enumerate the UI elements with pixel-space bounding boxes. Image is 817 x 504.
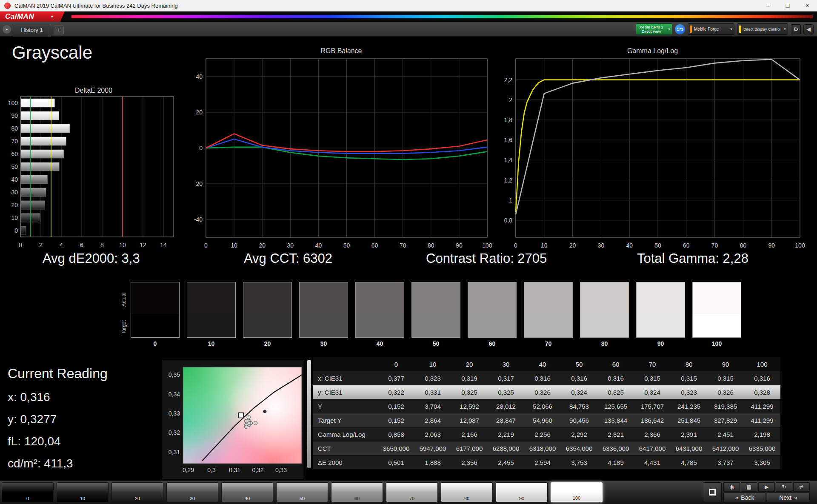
next-chevron-icon: »: [794, 494, 797, 501]
svg-text:12: 12: [140, 242, 146, 248]
patch-actual: [243, 282, 291, 314]
meter-select-button[interactable]: X-Rite i1Pro 2 Direct View ▾: [636, 23, 672, 35]
back-button[interactable]: « Back: [723, 493, 766, 502]
target-white-point: [238, 413, 243, 418]
table-cell: 0,325: [488, 385, 524, 399]
table-col-header-20: 20: [451, 357, 488, 371]
table-cell: 2,391: [671, 427, 707, 441]
svg-text:10: 10: [11, 214, 18, 221]
deltae-bar-chart: 024681012141009080706050403020100: [4, 95, 183, 252]
level-button-60[interactable]: 60: [331, 482, 383, 502]
level-button-label: 80: [441, 496, 492, 501]
patch-target: [243, 314, 291, 337]
table-row-gamma-log-log[interactable]: Gamma Log/Log0,8582,0632,1662,2192,2562,…: [313, 427, 780, 441]
level-button-label: 50: [277, 496, 328, 501]
measurement-table: 0102030405060708090100x: CIE310,3770,323…: [313, 357, 780, 470]
level-button-10[interactable]: 10: [57, 482, 109, 502]
svg-text:80: 80: [740, 242, 747, 249]
level-button-80[interactable]: 80: [441, 482, 493, 502]
patch-actual: [300, 282, 348, 314]
stop-button[interactable]: [703, 482, 722, 502]
table-row-target-y[interactable]: Target Y0,1522,86412,08728,84754,96090,4…: [313, 413, 780, 427]
level-button-20[interactable]: 20: [111, 482, 163, 502]
rgb-balance-line-chart: 010203040506070809010040200-20-40: [188, 57, 495, 253]
add-tab-button[interactable]: +: [54, 26, 64, 34]
level-button-label: 10: [57, 496, 108, 501]
patch-target: [524, 314, 572, 337]
table-cell: 84,753: [561, 399, 597, 413]
meter-status-badge[interactable]: 173: [675, 24, 685, 34]
table-scrollbar[interactable]: [307, 360, 311, 468]
display-control-button[interactable]: Direct Display Control ▾: [737, 23, 788, 35]
svg-text:70: 70: [400, 242, 406, 249]
svg-text:70: 70: [711, 242, 718, 249]
svg-text:1,4: 1,4: [504, 157, 513, 163]
deltae-bar-70: [21, 137, 66, 145]
table-row-y-cie31[interactable]: y: CIE310,3220,3310,3250,3250,3260,3240,…: [313, 385, 780, 399]
table-col-header-50: 50: [561, 357, 597, 371]
svg-text:0,3: 0,3: [207, 467, 216, 473]
table-cell: 251,845: [671, 413, 707, 427]
svg-text:1,8: 1,8: [504, 117, 513, 123]
level-button-50[interactable]: 50: [276, 482, 328, 502]
table-col-header-100: 100: [744, 357, 780, 371]
tab-history-1[interactable]: History 1: [13, 24, 51, 37]
nav-expand-icon[interactable]: ▸: [3, 25, 11, 34]
source-select-button[interactable]: Mobile Forge ▾: [688, 23, 734, 35]
table-cell: 6417,000: [634, 441, 671, 455]
close-button[interactable]: ×: [797, 0, 817, 11]
table-cell: 0,152: [378, 399, 414, 413]
level-button-100[interactable]: 100: [551, 482, 603, 502]
table-cell: 54,960: [524, 413, 561, 427]
cie-chart-panel: 0,290,30,310,320,330,350,340,330,320,31: [162, 360, 303, 478]
table-row-y[interactable]: Y0,1523,70412,59228,01252,06684,753125,6…: [313, 399, 780, 413]
svg-text:0: 0: [204, 242, 208, 249]
svg-text:40: 40: [315, 242, 322, 249]
level-button-40[interactable]: 40: [221, 482, 273, 502]
gear-icon[interactable]: ⚙: [791, 24, 801, 34]
patch-level-label: 50: [411, 340, 460, 347]
level-button-label: 100: [551, 495, 602, 501]
level-button-30[interactable]: 30: [166, 482, 218, 502]
reading-cdm2: cd/m²: 411,3: [8, 457, 73, 470]
deltae-chart-title: DeltaE 2000: [4, 87, 183, 94]
level-button-70[interactable]: 70: [386, 482, 438, 502]
grayscale-patch-50: [411, 282, 460, 338]
table-cell: 0,319: [451, 371, 488, 385]
table-row-cct[interactable]: CCT3650,0005947,0006177,0006288,0006318,…: [313, 441, 780, 456]
table-cell: 6318,000: [524, 441, 561, 455]
calman-logo[interactable]: CalMAN: [0, 11, 65, 22]
rgb-balance-chart-title: RGB Balance: [188, 47, 495, 55]
svg-text:14: 14: [160, 242, 167, 248]
svg-text:0,33: 0,33: [169, 410, 180, 417]
table-row-x-cie31[interactable]: x: CIE310,3770,3230,3190,3170,3160,3160,…: [313, 371, 780, 385]
deltae-bar-0: [21, 226, 26, 235]
table-cell: 12,592: [451, 399, 488, 413]
next-button[interactable]: Next »: [767, 493, 810, 502]
calman-window: CalMAN 2019 CalMAN Ultimate for Business…: [0, 0, 817, 504]
deltae-bar-100: [21, 99, 54, 107]
patch-level-label: 100: [692, 340, 741, 347]
refresh-icon[interactable]: ↻: [776, 482, 792, 492]
stop-icon: [709, 489, 716, 495]
print-icon[interactable]: ▤: [741, 482, 757, 492]
patch-target: [187, 314, 235, 337]
play-icon[interactable]: ▶: [758, 482, 775, 492]
display-icon[interactable]: ◉: [723, 482, 740, 492]
cie-scatter-chart: 0,290,30,310,320,330,350,340,330,320,31: [162, 360, 304, 479]
display-control-label: Direct Display Control: [743, 27, 782, 31]
minimize-button[interactable]: –: [758, 0, 778, 11]
level-button-90[interactable]: 90: [496, 482, 548, 502]
table-row--e-2000[interactable]: ΔE 20000,5011,8882,3562,4552,5943,7534,1…: [313, 456, 780, 470]
table-header-row: 0102030405060708090100: [313, 357, 780, 371]
transfer-icon[interactable]: ⇄: [793, 482, 810, 492]
level-button-0[interactable]: 0: [2, 482, 54, 502]
logo-menu-arrow-icon[interactable]: ▾: [51, 11, 53, 22]
patch-level-label: 60: [468, 340, 517, 347]
patch-actual: [637, 282, 685, 314]
collapse-panel-icon[interactable]: ◀: [803, 24, 814, 34]
svg-text:80: 80: [11, 125, 18, 132]
patch-level-label: 40: [355, 340, 404, 347]
maximize-button[interactable]: □: [778, 0, 797, 11]
svg-text:90: 90: [768, 242, 775, 249]
